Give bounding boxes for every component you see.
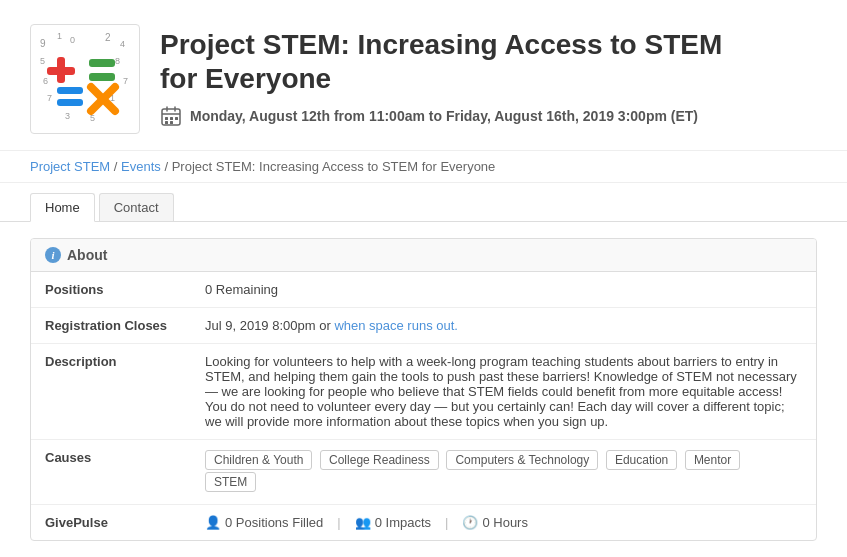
positions-row: Positions 0 Remaining <box>31 272 816 308</box>
svg-text:8: 8 <box>115 56 120 66</box>
svg-text:7: 7 <box>47 93 52 103</box>
hours-value: 0 Hours <box>482 515 528 530</box>
svg-text:1: 1 <box>57 31 62 41</box>
svg-text:9: 9 <box>40 38 46 49</box>
impacts-icon: 👥 <box>355 515 371 530</box>
event-logo: 9 1 0 2 4 8 7 1 5 6 7 3 5 <box>30 24 140 134</box>
registration-row: Registration Closes Jul 9, 2019 8:00pm o… <box>31 308 816 344</box>
breadcrumb-current: Project STEM: Increasing Access to STEM … <box>172 159 496 174</box>
svg-rect-14 <box>47 67 75 75</box>
page-header: 9 1 0 2 4 8 7 1 5 6 7 3 5 <box>0 0 847 150</box>
impacts-value: 0 Impacts <box>375 515 431 530</box>
calendar-icon <box>160 105 182 127</box>
svg-text:6: 6 <box>43 76 48 86</box>
svg-text:3: 3 <box>65 111 70 121</box>
positions-label: Positions <box>31 272 191 308</box>
svg-rect-27 <box>175 117 178 120</box>
svg-rect-29 <box>170 121 173 124</box>
impacts-item: 👥 0 Impacts <box>355 515 431 530</box>
positions-filled-value: 0 Positions Filled <box>225 515 323 530</box>
svg-text:4: 4 <box>120 39 125 49</box>
causes-label: Causes <box>31 440 191 505</box>
registration-link[interactable]: when space runs out. <box>334 318 458 333</box>
tag-education[interactable]: Education <box>606 450 677 470</box>
info-icon: i <box>45 247 61 263</box>
causes-tags: Children & Youth College Readiness Compu… <box>191 440 816 505</box>
nav-tabs: Home Contact <box>0 183 847 222</box>
description-row: Description Looking for volunteers to he… <box>31 344 816 440</box>
registration-value: Jul 9, 2019 8:00pm or when space runs ou… <box>191 308 816 344</box>
hours-item: 🕐 0 Hours <box>462 515 528 530</box>
svg-rect-26 <box>170 117 173 120</box>
tag-college-readiness[interactable]: College Readiness <box>320 450 439 470</box>
svg-rect-15 <box>89 59 115 67</box>
description-label: Description <box>31 344 191 440</box>
svg-text:2: 2 <box>105 32 111 43</box>
svg-rect-16 <box>89 73 115 81</box>
svg-text:5: 5 <box>40 56 45 66</box>
about-label: About <box>67 247 107 263</box>
detail-table: Positions 0 Remaining Registration Close… <box>31 272 816 540</box>
event-date: Monday, August 12th from 11:00am to Frid… <box>160 105 817 127</box>
description-text: Looking for volunteers to help with a we… <box>191 344 816 440</box>
breadcrumb-link-project-stem[interactable]: Project STEM <box>30 159 110 174</box>
svg-text:7: 7 <box>123 76 128 86</box>
svg-rect-28 <box>165 121 168 124</box>
about-header: i About <box>31 239 816 272</box>
tag-stem[interactable]: STEM <box>205 472 256 492</box>
clock-icon: 🕐 <box>462 515 478 530</box>
tag-computers-technology[interactable]: Computers & Technology <box>446 450 598 470</box>
svg-rect-25 <box>165 117 168 120</box>
registration-label: Registration Closes <box>31 308 191 344</box>
breadcrumb-link-events[interactable]: Events <box>121 159 161 174</box>
tag-children-youth[interactable]: Children & Youth <box>205 450 312 470</box>
svg-rect-18 <box>57 99 83 106</box>
event-title: Project STEM: Increasing Access to STEM … <box>160 28 817 95</box>
tag-mentor[interactable]: Mentor <box>685 450 740 470</box>
positions-value: 0 Remaining <box>191 272 816 308</box>
main-content: i About Positions 0 Remaining Registrati… <box>0 222 847 557</box>
causes-row: Causes Children & Youth College Readines… <box>31 440 816 505</box>
givepulse-label: GivePulse <box>31 505 191 541</box>
svg-rect-17 <box>57 87 83 94</box>
givepulse-stats: 👤 0 Positions Filled | 👥 0 Impacts | <box>191 505 816 541</box>
about-box: i About Positions 0 Remaining Registrati… <box>30 238 817 541</box>
tab-contact[interactable]: Contact <box>99 193 174 221</box>
tab-home[interactable]: Home <box>30 193 95 222</box>
person-icon: 👤 <box>205 515 221 530</box>
givepulse-row: GivePulse 👤 0 Positions Filled | 👥 0 Imp… <box>31 505 816 541</box>
event-header-text: Project STEM: Increasing Access to STEM … <box>160 24 817 127</box>
positions-filled-item: 👤 0 Positions Filled <box>205 515 323 530</box>
breadcrumb: Project STEM / Events / Project STEM: In… <box>0 150 847 183</box>
svg-text:0: 0 <box>70 35 75 45</box>
